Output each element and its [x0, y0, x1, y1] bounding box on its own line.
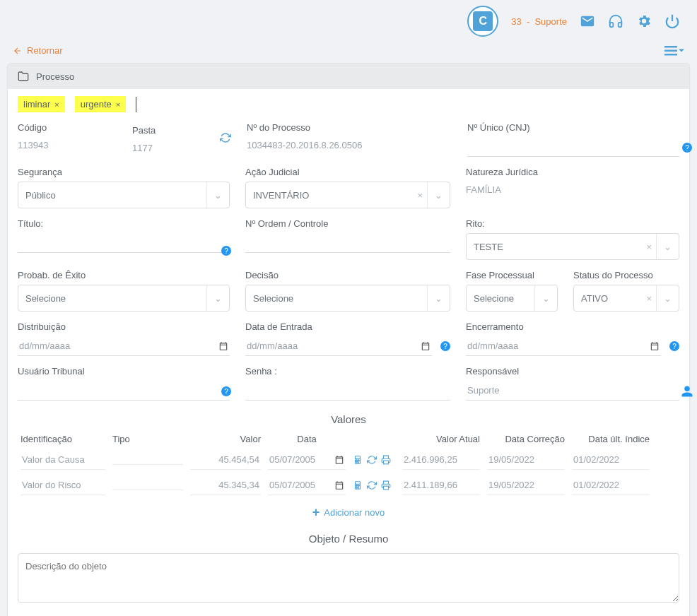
nunico-input[interactable]	[467, 137, 679, 157]
row-actions	[353, 480, 395, 490]
dist-placeholder: dd/mm/aaaa	[19, 340, 70, 351]
decisao-select[interactable]: Selecione ⌄	[245, 285, 450, 312]
fase-select[interactable]: Selecione ⌄	[466, 285, 558, 312]
codigo-label: Código	[18, 122, 117, 133]
fase-label: Fase Processual	[466, 270, 558, 280]
add-new-label: Adicionar novo	[324, 507, 385, 518]
nprocesso-label: Nº do Processo	[247, 122, 452, 133]
return-link[interactable]: Retornar	[13, 45, 63, 56]
cell-valor[interactable]: 45.454,54	[190, 450, 261, 470]
help-icon[interactable]: ?	[440, 341, 450, 351]
tag-liminar[interactable]: liminar ×	[18, 96, 65, 112]
tag-input-cursor[interactable]	[136, 97, 136, 112]
processo-card: Processo liminar × urgente × Código 1139…	[7, 63, 690, 616]
add-new-button[interactable]: + Adicionar novo	[18, 505, 679, 520]
dist-label: Distribuição	[18, 321, 230, 332]
clear-icon[interactable]: ×	[646, 242, 652, 252]
person-icon[interactable]	[681, 385, 693, 398]
objeto-title: Objeto / Resumo	[18, 533, 679, 545]
cell-tipo[interactable]	[112, 481, 183, 490]
chevron-down-icon: ⌄	[206, 182, 222, 208]
svg-rect-3	[384, 461, 389, 464]
chevron-down-icon: ⌄	[206, 285, 222, 311]
nunico-label: Nº Único (CNJ)	[467, 122, 679, 133]
cell-ident[interactable]: Valor do Risco	[20, 475, 105, 495]
rito-value: TESTE	[474, 242, 503, 252]
usuario-input[interactable]	[18, 381, 230, 401]
seguranca-select[interactable]: Público ⌄	[18, 182, 230, 208]
senha-input[interactable]	[245, 381, 450, 401]
form-body: Código 113943 Pasta 1177 Nº do Processo …	[8, 119, 689, 616]
entrada-label: Data de Entrada	[245, 321, 450, 332]
calendar-icon	[334, 455, 344, 465]
print-icon[interactable]	[381, 455, 391, 465]
mail-icon[interactable]	[580, 13, 595, 29]
chevron-down-icon: ⌄	[427, 182, 443, 208]
print-icon[interactable]	[381, 480, 391, 490]
entrada-date-input[interactable]: dd/mm/aaaa	[245, 336, 432, 356]
app-logo: C	[467, 6, 498, 37]
help-icon[interactable]: ?	[669, 341, 679, 351]
calendar-icon	[421, 341, 430, 351]
clear-icon[interactable]: ×	[417, 190, 423, 201]
cell-data[interactable]: 05/07/2005	[268, 475, 346, 495]
acao-select[interactable]: INVENTÁRIO × ⌄	[245, 182, 450, 208]
titulo-input[interactable]	[18, 233, 230, 253]
natureza-value: FAMÍLIA	[466, 182, 679, 199]
svg-rect-0	[664, 46, 677, 48]
cell-valor[interactable]: 45.345,34	[190, 475, 261, 495]
help-icon[interactable]: ?	[221, 386, 231, 396]
col-valor: Valor	[190, 434, 261, 444]
cell-tipo[interactable]	[112, 456, 183, 465]
sync-icon[interactable]	[220, 132, 231, 143]
seguranca-value: Público	[25, 190, 56, 201]
encerr-date-input[interactable]: dd/mm/aaaa	[466, 336, 661, 356]
cell-ident[interactable]: Valor da Causa	[20, 450, 105, 470]
calendar-icon	[334, 480, 344, 490]
cell-data[interactable]: 05/07/2005	[268, 450, 346, 470]
status-select[interactable]: ATIVO × ⌄	[573, 285, 679, 312]
cell-correcao: 19/05/2022	[487, 475, 565, 495]
cell-correcao: 19/05/2022	[487, 450, 565, 470]
valores-header: Identificação Tipo Valor Data Valor Atua…	[18, 434, 679, 444]
calculator-icon[interactable]	[353, 455, 363, 465]
col-data: Data	[268, 434, 346, 444]
chevron-down-icon: ⌄	[427, 285, 443, 311]
dist-date-input[interactable]: dd/mm/aaaa	[18, 336, 230, 356]
col-tipo: Tipo	[112, 434, 183, 444]
card-title: Processo	[36, 71, 74, 82]
exito-select[interactable]: Selecione ⌄	[18, 285, 230, 312]
decisao-placeholder: Selecione	[253, 293, 293, 304]
calculator-icon[interactable]	[353, 480, 363, 490]
cell-atual: 2.416.996,25	[402, 450, 480, 470]
cell-indice: 01/02/2022	[572, 475, 650, 495]
rito-select[interactable]: TESTE × ⌄	[466, 233, 679, 260]
refresh-icon[interactable]	[367, 480, 377, 490]
rito-label: Rito:	[466, 218, 679, 229]
col-indice: Data últ. índice	[572, 434, 650, 444]
hamburger-menu-icon[interactable]	[664, 46, 684, 56]
valores-row: Valor do Risco 45.345,34 05/07/2005 2.41…	[18, 475, 679, 495]
tag-remove-icon[interactable]: ×	[116, 100, 120, 109]
tag-urgente[interactable]: urgente ×	[75, 96, 127, 112]
ordem-input[interactable]	[245, 233, 450, 253]
user-label: 33 - Suporte	[511, 16, 567, 27]
col-ident: Identificação	[20, 434, 105, 444]
topbar: C 33 - Suporte	[0, 0, 697, 42]
objeto-textarea[interactable]	[18, 553, 679, 603]
resp-input[interactable]	[466, 381, 679, 401]
tag-label: urgente	[81, 99, 112, 109]
refresh-icon[interactable]	[367, 455, 377, 465]
tag-label: liminar	[23, 99, 50, 109]
help-icon[interactable]: ?	[221, 246, 231, 256]
tag-remove-icon[interactable]: ×	[54, 100, 59, 109]
help-icon[interactable]: ?	[682, 143, 692, 153]
power-icon[interactable]	[664, 13, 680, 29]
user-name: Suporte	[534, 16, 567, 27]
gear-icon[interactable]	[636, 13, 652, 29]
plus-icon: +	[312, 505, 320, 520]
chevron-down-icon: ⌄	[534, 285, 550, 311]
clear-icon[interactable]: ×	[646, 293, 652, 304]
headset-icon[interactable]	[608, 13, 623, 29]
usuario-label: Usuário Tribunal	[18, 366, 230, 377]
